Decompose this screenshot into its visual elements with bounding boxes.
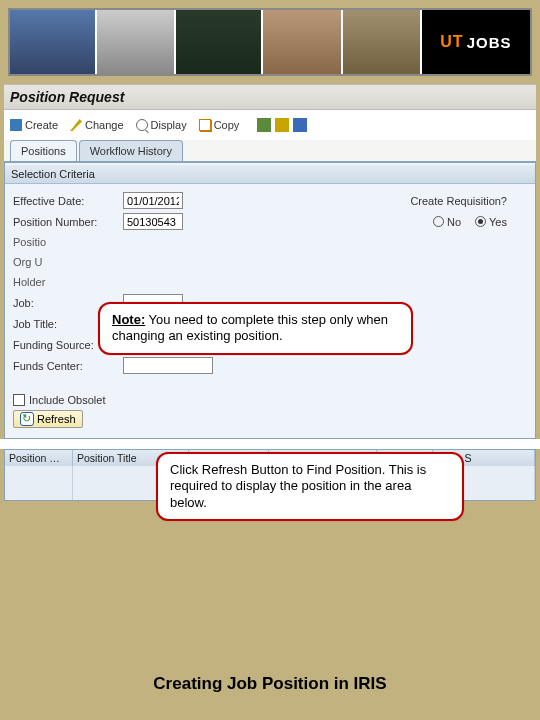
row-org: Org U: [5, 252, 535, 272]
header-banner: UTJOBS: [8, 8, 532, 76]
radio-yes-label: Yes: [489, 216, 507, 228]
banner-photo: [176, 10, 261, 74]
copy-button[interactable]: Copy: [199, 119, 240, 131]
tab-workflow-history[interactable]: Workflow History: [79, 140, 183, 161]
logo-prefix: UT: [440, 33, 463, 51]
refresh-callout: Click Refresh Button to Find Position. T…: [156, 452, 464, 521]
display-label: Display: [151, 119, 187, 131]
tool-icon[interactable]: [275, 118, 289, 132]
radio-yes[interactable]: Yes: [475, 216, 507, 228]
th-position[interactable]: Position …: [5, 450, 73, 466]
toolbar: Create Change Display Copy: [4, 110, 536, 140]
note-label: Note:: [112, 312, 145, 327]
copy-label: Copy: [214, 119, 240, 131]
logo-text: JOBS: [467, 34, 512, 51]
tab-positions[interactable]: Positions: [10, 140, 77, 161]
position-number-input[interactable]: [123, 213, 183, 230]
row-funds-center: Funds Center:: [5, 355, 535, 376]
radio-icon: [433, 216, 444, 227]
section-title: Selection Criteria: [5, 165, 535, 184]
tabstrip: Positions Workflow History: [4, 140, 536, 162]
row-holder: Holder: [5, 272, 535, 292]
tool-icon[interactable]: [257, 118, 271, 132]
radio-icon: [475, 216, 486, 227]
effective-date-input[interactable]: [123, 192, 183, 209]
funds-center-input[interactable]: [123, 357, 213, 374]
include-obsolete-checkbox[interactable]: Include Obsolet: [13, 394, 105, 406]
requisition-radios: No Yes: [433, 216, 507, 228]
position-label: Positio: [13, 236, 123, 248]
refresh-row: Include Obsolet: [5, 390, 535, 410]
holder-label: Holder: [13, 276, 123, 288]
refresh-label: Refresh: [37, 413, 76, 425]
position-number-label: Position Number:: [13, 216, 123, 228]
footer-caption: Creating Job Position in IRIS: [0, 674, 540, 694]
banner-photo: [263, 10, 340, 74]
checkbox-icon: [13, 394, 25, 406]
create-label: Create: [25, 119, 58, 131]
mini-icons: [257, 118, 307, 132]
copy-icon: [199, 119, 211, 131]
row-effective-date: Effective Date: Create Requisition?: [5, 190, 535, 211]
create-requisition-group: Create Requisition?: [410, 195, 507, 207]
banner-photo: [10, 10, 95, 74]
glasses-icon: [136, 119, 148, 131]
display-button[interactable]: Display: [136, 119, 187, 131]
org-label: Org U: [13, 256, 123, 268]
selection-criteria-section: Selection Criteria Effective Date: Creat…: [4, 162, 536, 439]
banner-photo: [97, 10, 174, 74]
row-position-number: Position Number: No Yes: [5, 211, 535, 232]
change-label: Change: [85, 119, 124, 131]
funds-center-label: Funds Center:: [13, 360, 123, 372]
radio-no[interactable]: No: [433, 216, 461, 228]
create-button[interactable]: Create: [10, 119, 58, 131]
tool-icon[interactable]: [293, 118, 307, 132]
banner-photo: [343, 10, 420, 74]
effective-date-label: Effective Date:: [13, 195, 123, 207]
create-requisition-label: Create Requisition?: [410, 195, 507, 207]
include-obsolete-label: Include Obsolet: [29, 394, 105, 406]
panel-title: Position Request: [4, 84, 536, 110]
change-button[interactable]: Change: [70, 119, 124, 131]
ut-jobs-logo: UTJOBS: [422, 10, 530, 74]
note-callout: Note: You need to complete this step onl…: [98, 302, 413, 355]
create-icon: [10, 119, 22, 131]
radio-no-label: No: [447, 216, 461, 228]
pencil-icon: [70, 119, 82, 131]
position-request-panel: Position Request Create Change Display C…: [4, 84, 536, 439]
refresh-button[interactable]: Refresh: [13, 410, 83, 428]
refresh-callout-text: Click Refresh Button to Find Position. T…: [170, 462, 426, 510]
note-text: You need to complete this step only when…: [112, 312, 388, 343]
row-position: Positio: [5, 232, 535, 252]
refresh-icon: [20, 412, 34, 426]
